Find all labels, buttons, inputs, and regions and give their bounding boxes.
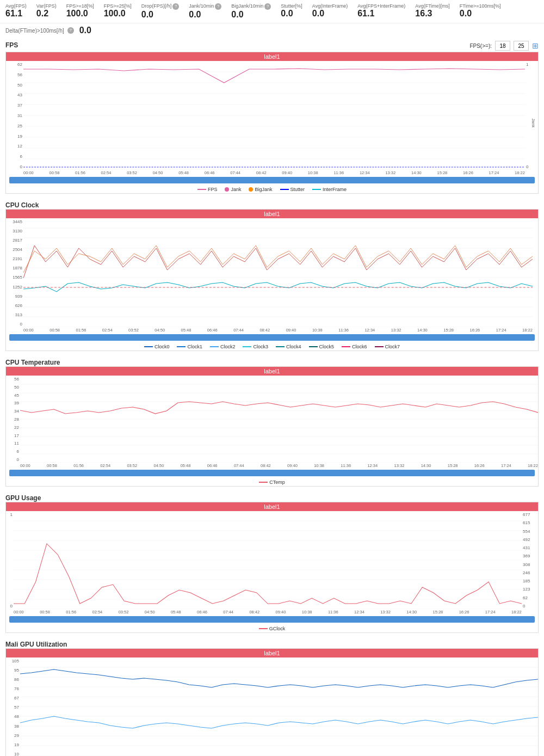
stat-value: 0.0 xyxy=(189,10,221,20)
stat-label: BigJank/10min? xyxy=(231,3,271,10)
sub-label: Delta(FTime)>100ms[/h] xyxy=(5,28,64,34)
gpu-usage-title: GPU Usage xyxy=(5,494,41,502)
stat-item: Stutter[%]0.0 xyxy=(281,3,302,20)
stat-item: Jank/10min?0.0 xyxy=(189,3,221,20)
question-icon[interactable]: ? xyxy=(172,3,179,10)
fps-chart-container: label1 62565043373125191260 xyxy=(5,52,539,194)
cpu-clock-title: CPU Clock xyxy=(5,201,39,209)
cpu-clock-chart-container: label1 344531302817250421911878156512529… xyxy=(5,209,539,351)
stat-item: Avg(InterFrame)0.0 xyxy=(312,3,348,20)
fps-table-icon[interactable]: ⊞ xyxy=(532,41,539,50)
stat-label: Var(FPS) xyxy=(36,3,57,9)
gpu-usage-header: label1 xyxy=(6,502,538,511)
cpu-clock-legend: Clock0 Clock1 Clock2 Clock3 Clock4 Clock… xyxy=(6,342,538,351)
stat-label: Avg(FPS+InterFrame) xyxy=(357,3,405,9)
gpu-usage-scrollbar[interactable] xyxy=(9,616,535,623)
fps-controls: FPS(>=): ⊞ xyxy=(469,41,539,51)
stat-sub-row: Delta(FTime)>100ms[/h] ? 0.0 xyxy=(0,23,544,39)
sub-value: 0.0 xyxy=(79,26,91,35)
mali-gpu-header: label1 xyxy=(6,649,538,657)
gpu-usage-chart-container: label1 10 xyxy=(5,502,539,633)
stat-item: Avg(FTime)[ms]16.3 xyxy=(415,3,450,20)
stat-label: FPS>=18[%] xyxy=(66,3,94,9)
question-icon[interactable]: ? xyxy=(264,3,271,10)
fps-x-axis: 00:0000:5801:5602:5403:5204:5005:4806:46… xyxy=(23,170,525,176)
cpu-temp-x-axis: 00:0000:5801:5602:5403:5204:5005:4806:46… xyxy=(20,463,538,469)
fps-ge-label: FPS(>=): xyxy=(469,43,492,49)
cpu-temp-scrollbar[interactable] xyxy=(9,470,535,476)
cpu-clock-scrollbar[interactable] xyxy=(9,334,535,341)
gpu-usage-svg xyxy=(14,511,522,609)
stat-value: 61.1 xyxy=(357,9,405,19)
stat-item: FPS>=25[%]100.0 xyxy=(104,3,132,20)
fps-y-axis-right: 10 xyxy=(525,61,538,176)
stat-value: 61.1 xyxy=(5,9,27,19)
stat-value: 0.0 xyxy=(281,9,302,19)
stat-item: Avg(FPS)61.1 xyxy=(5,3,27,20)
gpu-usage-x-axis: 00:0000:5801:5602:5403:5204:5005:4806:46… xyxy=(14,609,522,615)
mali-gpu-section: Mali GPU Utilization label1 105958676675… xyxy=(0,638,544,756)
stat-label: FPS>=25[%] xyxy=(104,3,132,9)
cpu-clock-header: label1 xyxy=(6,210,538,218)
stat-label: FTime>=100ms[%] xyxy=(460,3,501,9)
sub-question-icon[interactable]: ? xyxy=(67,27,74,34)
stat-item: Avg(FPS+InterFrame)61.1 xyxy=(357,3,405,20)
stat-value: 0.2 xyxy=(36,9,57,19)
fps-input-18[interactable] xyxy=(495,41,510,51)
stat-value: 0.0 xyxy=(231,10,271,20)
cpu-temp-svg xyxy=(20,376,538,463)
mali-gpu-svg xyxy=(20,657,538,756)
cpu-temp-chart-container: label1 56504539342822171160 xyxy=(5,366,539,487)
cpu-temp-title: CPU Temperature xyxy=(5,359,60,366)
cpu-temp-header: label1 xyxy=(6,367,538,376)
stats-header: Avg(FPS)61.1Var(FPS)0.2FPS>=18[%]100.0FP… xyxy=(0,0,544,23)
fps-legend: FPS Jank BigJank Stutter InterFrame xyxy=(6,185,538,193)
fps-y-axis: 62565043373125191260 xyxy=(6,61,23,176)
fps-section: FPS FPS(>=): ⊞ label1 625650433731251912… xyxy=(0,39,544,196)
cpu-clock-y-axis: 3445313028172504219118781565125293962631… xyxy=(6,218,23,333)
stat-label: Avg(FTime)[ms] xyxy=(415,3,450,9)
stat-value: 0.0 xyxy=(312,9,348,19)
stat-value: 16.3 xyxy=(415,9,450,19)
cpu-temp-section: CPU Temperature label1 56504539342822171… xyxy=(0,357,544,489)
stat-label: Drop(FPS)[/h]? xyxy=(141,3,180,10)
gpu-usage-legend: GClock xyxy=(6,624,538,632)
stat-label: Stutter[%] xyxy=(281,3,302,9)
fps-chart-svg xyxy=(23,61,525,170)
cpu-clock-x-axis: 00:0000:5801:5602:5403:5204:5005:4806:46… xyxy=(23,327,533,333)
stat-label: Avg(FPS) xyxy=(5,3,27,9)
stat-item: FPS>=18[%]100.0 xyxy=(66,3,94,20)
fps-chart-header: label1 xyxy=(6,52,538,61)
stat-label: Jank/10min? xyxy=(189,3,221,10)
stat-item: Var(FPS)0.2 xyxy=(36,3,57,20)
mali-gpu-title: Mali GPU Utilization xyxy=(5,641,67,648)
stat-value: 100.0 xyxy=(104,9,132,19)
question-icon[interactable]: ? xyxy=(215,3,221,10)
stat-item: FTime>=100ms[%]0.0 xyxy=(460,3,501,20)
mali-y-axis: 105958676675748382919100 xyxy=(6,657,20,756)
gpu-usage-y-axis-right: 677615554492431369308246185123620 xyxy=(522,511,538,615)
cpu-temp-legend: CTemp xyxy=(6,477,538,486)
fps-chart-title: FPS xyxy=(5,41,18,49)
cpu-temp-y-axis: 56504539342822171160 xyxy=(6,376,20,469)
mali-gpu-chart-container: label1 105958676675748382919100 xyxy=(5,648,539,756)
stat-value: 0.0 xyxy=(141,10,180,20)
cpu-clock-section: CPU Clock label1 34453130281725042191187… xyxy=(0,199,544,353)
stat-item: BigJank/10min?0.0 xyxy=(231,3,271,20)
stat-value: 100.0 xyxy=(66,9,94,19)
fps-scrollbar[interactable] xyxy=(9,177,535,183)
stat-item: Drop(FPS)[/h]?0.0 xyxy=(141,3,180,20)
gpu-usage-section: GPU Usage label1 10 xyxy=(0,492,544,635)
gpu-usage-y-axis-left: 10 xyxy=(6,511,14,615)
fps-input-25[interactable] xyxy=(514,41,529,51)
stat-value: 0.0 xyxy=(460,9,501,19)
stat-label: Avg(InterFrame) xyxy=(312,3,348,9)
cpu-clock-svg xyxy=(23,218,533,327)
